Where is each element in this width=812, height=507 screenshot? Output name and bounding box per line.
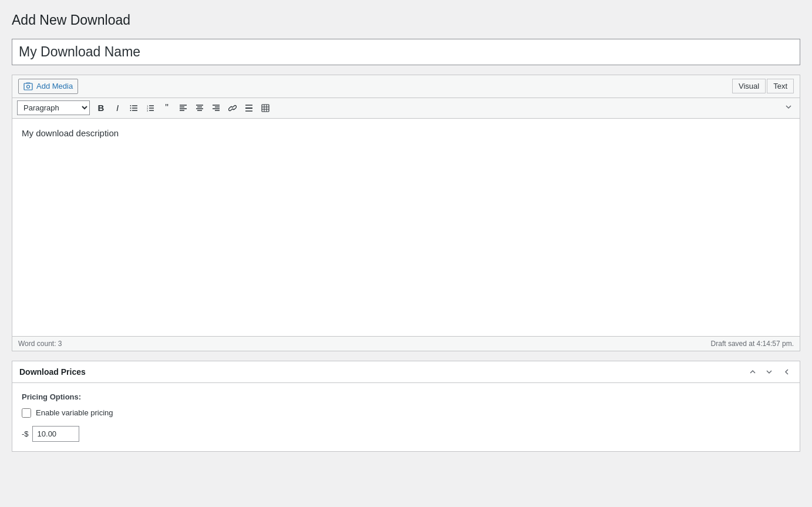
- editor-top-bar: Add Media Visual Text: [12, 75, 800, 98]
- box-body: Pricing Options: Enable variable pricing…: [12, 383, 800, 451]
- add-media-label: Add Media: [36, 82, 73, 90]
- svg-point-6: [130, 108, 132, 109]
- svg-rect-29: [262, 105, 269, 112]
- word-count: Word count: 3: [18, 340, 62, 348]
- link-button[interactable]: [225, 100, 240, 116]
- box-header: Download Prices: [12, 361, 800, 383]
- svg-point-7: [130, 110, 132, 111]
- box-controls: [746, 366, 793, 378]
- enable-variable-pricing-checkbox[interactable]: [22, 408, 31, 418]
- editor-container: Add Media Visual Text Paragraph Heading …: [12, 75, 800, 351]
- price-row: -$: [22, 426, 790, 442]
- editor-content-area[interactable]: My download description: [12, 119, 800, 336]
- download-title-input[interactable]: [12, 39, 800, 65]
- align-right-button[interactable]: [208, 100, 224, 116]
- bold-button[interactable]: B: [93, 100, 109, 116]
- editor-mode-tabs: Visual Text: [732, 79, 794, 93]
- collapse-up-button[interactable]: [746, 366, 760, 378]
- download-prices-box: Download Prices Pricing Options: Enable …: [12, 361, 800, 452]
- svg-text:3: 3: [147, 109, 149, 112]
- draft-saved: Draft saved at 4:14:57 pm.: [711, 340, 794, 348]
- tab-text[interactable]: Text: [767, 79, 794, 93]
- editor-status-bar: Word count: 3 Draft saved at 4:14:57 pm.: [12, 336, 800, 351]
- price-prefix: -$: [22, 429, 29, 438]
- add-media-icon: [23, 82, 33, 91]
- unordered-list-button[interactable]: [126, 100, 141, 116]
- collapse-down-button[interactable]: [762, 366, 776, 378]
- enable-variable-pricing-label[interactable]: Enable variable pricing: [36, 408, 113, 417]
- tab-visual[interactable]: Visual: [732, 79, 766, 93]
- page-title: Add New Download: [12, 12, 800, 29]
- align-left-button[interactable]: [176, 100, 191, 116]
- editor-content-text: My download description: [22, 128, 790, 138]
- svg-point-1: [27, 85, 30, 88]
- box-title: Download Prices: [19, 367, 86, 377]
- price-input[interactable]: [32, 426, 79, 442]
- format-select[interactable]: Paragraph Heading 1 Heading 2 Heading 3 …: [17, 100, 90, 115]
- italic-button[interactable]: I: [110, 100, 125, 116]
- editor-toolbar: Paragraph Heading 1 Heading 2 Heading 3 …: [12, 98, 800, 119]
- horizontal-rule-button[interactable]: [241, 100, 257, 116]
- ordered-list-button[interactable]: 123: [143, 100, 158, 116]
- table-button[interactable]: [258, 100, 273, 116]
- align-center-button[interactable]: [192, 100, 207, 116]
- enable-variable-pricing-row: Enable variable pricing: [22, 408, 790, 418]
- svg-point-5: [130, 105, 132, 106]
- pricing-options-label: Pricing Options:: [22, 392, 790, 401]
- toolbar-expand-button[interactable]: [782, 100, 795, 116]
- blockquote-button[interactable]: ": [159, 100, 174, 116]
- toggle-button[interactable]: [779, 366, 793, 378]
- add-media-button[interactable]: Add Media: [18, 79, 78, 94]
- svg-rect-0: [24, 83, 32, 90]
